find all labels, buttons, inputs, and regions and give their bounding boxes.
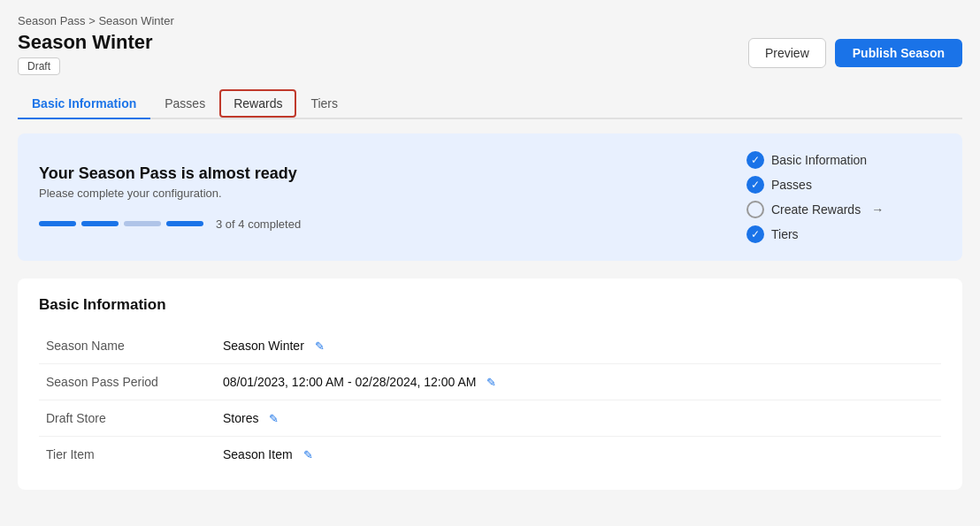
checklist-item-2: ✓ Passes: [746, 176, 941, 194]
progress-checklist: ✓ Basic Information ✓ Passes Create Rewa…: [746, 151, 941, 243]
label-draft-store: Draft Store: [39, 400, 216, 437]
header-buttons: Preview Publish Season: [748, 38, 962, 68]
progress-subtitle: Please complete your configuration.: [39, 187, 301, 200]
progress-bar: 3 of 4 completed: [39, 217, 301, 231]
table-row: Season Pass Period 08/01/2023, 12:00 AM …: [39, 364, 941, 400]
checklist-label-2: Passes: [771, 178, 812, 192]
progress-title: Your Season Pass is almost ready: [39, 164, 301, 183]
edit-season-name-icon[interactable]: ✎: [315, 339, 325, 353]
table-row: Draft Store Stores ✎: [39, 400, 941, 437]
basic-information-card: Basic Information Season Name Season Win…: [18, 278, 962, 490]
tab-passes[interactable]: Passes: [150, 89, 219, 118]
value-tier-item: Season Item ✎: [216, 437, 941, 473]
header-row: Season Winter Draft Preview Publish Seas…: [18, 31, 962, 75]
breadcrumb: Season Pass > Season Winter: [18, 14, 962, 27]
value-draft-store: Stores ✎: [216, 400, 941, 437]
tab-basic-information[interactable]: Basic Information: [18, 89, 150, 119]
progress-segment-4: [166, 221, 203, 226]
section-title: Basic Information: [39, 296, 941, 314]
progress-segment-2: [81, 221, 119, 226]
value-season-pass-period: 08/01/2023, 12:00 AM - 02/28/2024, 12:00…: [216, 364, 941, 400]
progress-left: Your Season Pass is almost ready Please …: [39, 164, 301, 231]
page-container: Season Pass > Season Winter Season Winte…: [0, 0, 980, 526]
draft-badge: Draft: [18, 57, 60, 75]
publish-button[interactable]: Publish Season: [835, 39, 962, 67]
label-season-name: Season Name: [39, 328, 216, 364]
table-row: Season Name Season Winter ✎: [39, 328, 941, 364]
check-done-icon-4: ✓: [746, 225, 764, 243]
preview-button[interactable]: Preview: [748, 38, 826, 68]
checklist-item-3[interactable]: Create Rewards →: [746, 201, 941, 218]
breadcrumb-separator: >: [88, 14, 96, 27]
edit-season-pass-period-icon[interactable]: ✎: [486, 376, 496, 389]
edit-draft-store-icon[interactable]: ✎: [269, 412, 279, 425]
tab-tiers[interactable]: Tiers: [296, 89, 352, 118]
progress-text: 3 of 4 completed: [216, 217, 301, 231]
checklist-item-1: ✓ Basic Information: [746, 151, 941, 169]
progress-segment-1: [39, 221, 76, 226]
table-row: Tier Item Season Item ✎: [39, 437, 941, 473]
breadcrumb-parent[interactable]: Season Pass: [18, 14, 86, 27]
title-section: Season Winter Draft: [18, 31, 153, 75]
edit-tier-item-icon[interactable]: ✎: [303, 448, 313, 461]
checklist-label-3: Create Rewards: [771, 202, 861, 217]
check-done-icon-2: ✓: [746, 176, 764, 194]
arrow-right-icon: →: [871, 202, 884, 217]
breadcrumb-current: Season Winter: [98, 14, 173, 27]
progress-card: Your Season Pass is almost ready Please …: [18, 133, 962, 261]
label-season-pass-period: Season Pass Period: [39, 364, 216, 400]
value-season-name: Season Winter ✎: [216, 328, 941, 364]
page-title: Season Winter: [18, 31, 153, 54]
info-table: Season Name Season Winter ✎ Season Pass …: [39, 328, 941, 472]
checklist-item-4: ✓ Tiers: [746, 225, 941, 243]
progress-segment-3: [124, 221, 161, 226]
checklist-label-1: Basic Information: [771, 153, 867, 167]
tabs-nav: Basic Information Passes Rewards Tiers: [18, 89, 962, 119]
check-pending-icon-3: [746, 201, 764, 218]
tab-rewards[interactable]: Rewards: [219, 89, 296, 118]
check-done-icon-1: ✓: [746, 151, 764, 169]
checklist-label-4: Tiers: [771, 227, 799, 241]
label-tier-item: Tier Item: [39, 437, 216, 473]
